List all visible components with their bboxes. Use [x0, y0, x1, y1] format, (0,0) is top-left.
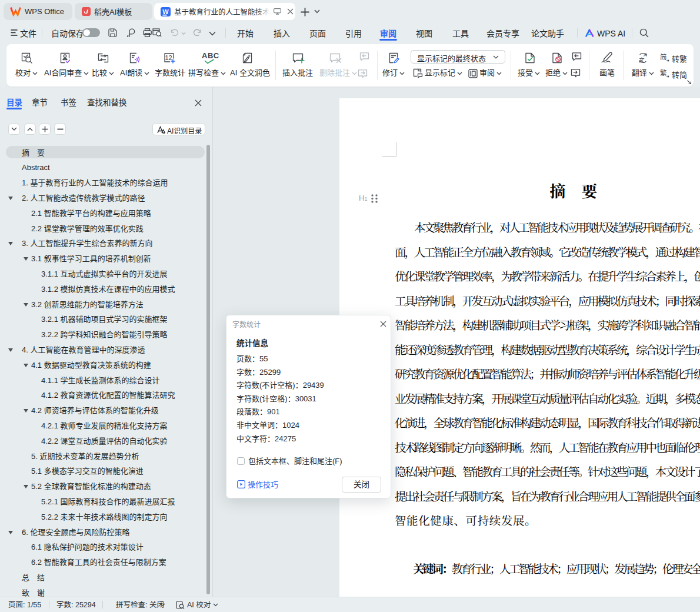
svg-text:W: W — [162, 8, 169, 15]
svg-text:12: 12 — [165, 54, 172, 61]
svg-text:简: 简 — [660, 53, 667, 61]
svg-text:文: 文 — [639, 56, 645, 63]
svg-text:繁: 繁 — [660, 69, 667, 76]
